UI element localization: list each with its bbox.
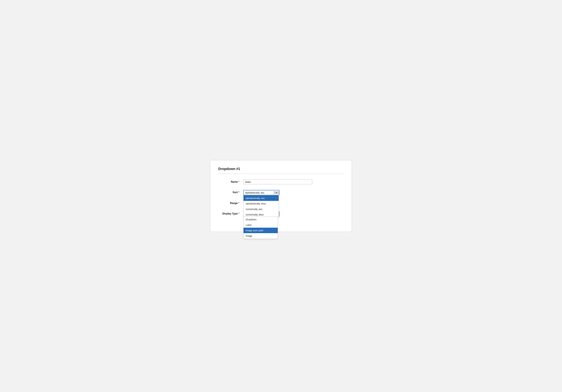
sort-required-star: * (238, 191, 239, 194)
form-card: Dropdown #1 Name* Sort* alphabetically, … (211, 161, 351, 231)
display-type-option-image[interactable]: Image (244, 233, 278, 239)
display-type-label: Display Type* (218, 211, 243, 215)
sort-arrow-button[interactable] (274, 191, 279, 194)
sort-option-alpha-desc[interactable]: alphabetically, desc (244, 201, 279, 206)
name-required-star: * (238, 181, 239, 183)
display-type-required-star: * (238, 212, 239, 215)
display-type-row: Display Type* Image and Label Dropdown L… (218, 211, 344, 217)
sort-select-display[interactable]: alphabetically, asc (243, 190, 280, 195)
name-label: Name* (218, 180, 243, 183)
card-title: Dropdown #1 (218, 167, 344, 171)
name-row: Name* (218, 180, 344, 184)
display-type-option-dropdown[interactable]: Dropdown (244, 217, 278, 222)
display-type-dropdown-options: Dropdown Label Image and Label Image (243, 217, 278, 239)
sort-row: Sort* alphabetically, asc alphabetically… (218, 190, 344, 195)
range-row: Range* No (218, 201, 344, 206)
range-label: Range* (218, 201, 243, 205)
display-type-option-label[interactable]: Label (244, 222, 278, 228)
display-type-option-image-and-label[interactable]: Image and Label (244, 228, 278, 233)
sort-dropdown-options: alphabetically, asc alphabetically, desc… (243, 195, 279, 218)
sort-label: Sort* (218, 190, 243, 194)
divider (218, 174, 344, 174)
sort-option-num-asc[interactable]: numerically, asc (244, 206, 279, 212)
sort-arrow-up-icon (276, 192, 277, 193)
sort-select-wrapper: alphabetically, asc alphabetically, asc … (243, 190, 280, 195)
range-required-star: * (238, 202, 239, 205)
sort-option-alpha-asc[interactable]: alphabetically, asc (244, 195, 279, 201)
name-input[interactable] (243, 180, 312, 184)
sort-selected-value: alphabetically, asc (244, 190, 274, 195)
